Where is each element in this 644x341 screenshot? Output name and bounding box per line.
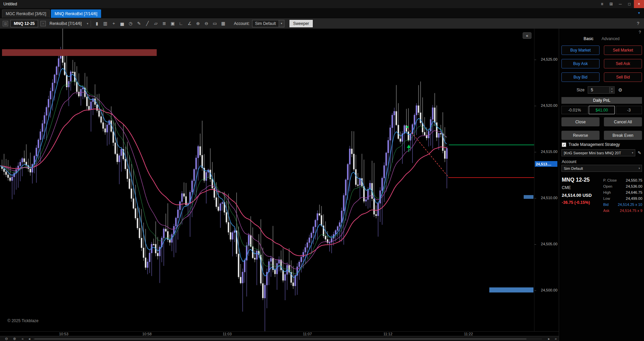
bar-style-icon[interactable]: ▥ bbox=[102, 21, 109, 26]
order-panel: ? BasicAdvanced Buy MarketSell MarketBuy… bbox=[559, 29, 644, 341]
window-controls: ≡⊞─□× bbox=[597, 0, 644, 8]
jump-end-button[interactable]: » bbox=[553, 336, 559, 341]
folder-icon[interactable]: ▭ bbox=[211, 21, 218, 26]
zoom-in-button[interactable]: ⊕ bbox=[11, 336, 18, 341]
save-icon[interactable]: ▦ bbox=[220, 21, 227, 26]
step-forward-button[interactable]: ▸ bbox=[546, 336, 552, 341]
stat-row-ask: Ask24,514.75 x 9 bbox=[603, 208, 642, 214]
ema-fast-line bbox=[0, 68, 447, 278]
price-axis-label: 24,520.00 bbox=[541, 103, 557, 107]
sweeper-button[interactable]: Sweeper bbox=[289, 20, 313, 27]
draw-icon[interactable]: ✎ bbox=[135, 21, 143, 26]
time-axis-label: 10:58 bbox=[139, 332, 155, 336]
trade-management-row: ✓ Trade Management Strategy bbox=[562, 142, 620, 147]
shapes-icon[interactable]: ▱ bbox=[152, 21, 159, 26]
panel-tab-basic[interactable]: Basic bbox=[584, 36, 593, 41]
step-back-button[interactable]: ◂ bbox=[26, 336, 32, 341]
strategy-select-value: [KnG Sweeper Mini bars MNQ 20T bbox=[564, 151, 621, 155]
scale-y-icon[interactable]: ∠ bbox=[186, 21, 193, 26]
tms-label: Trade Management Strategy bbox=[569, 142, 620, 147]
scale-x-icon[interactable]: ∟ bbox=[178, 21, 185, 26]
workspace-tab-0[interactable]: MGC RenkoBxt [3/6/2] bbox=[2, 9, 50, 18]
account-select[interactable]: Sim Default ▾ bbox=[252, 20, 284, 27]
instrument-stats: P. Close24,550.75Open24,536.00High24,646… bbox=[603, 177, 642, 214]
orders-icon[interactable]: ▣ bbox=[169, 21, 176, 26]
chart-scrollbar[interactable] bbox=[33, 338, 542, 340]
help-icon[interactable]: ? bbox=[637, 21, 641, 26]
order-button-grid: Buy MarketSell MarketBuy AskSell AskBuy … bbox=[561, 45, 642, 82]
chart-toolbar: ◫ MNQ 12-25 ▫ RenkoBxt [7/14/6] ▾ ▮▥+▅◷✎… bbox=[0, 18, 644, 29]
close-button[interactable]: × bbox=[634, 0, 644, 8]
jump-start-button[interactable]: « bbox=[20, 336, 26, 341]
watchlist-icon[interactable]: ≣ bbox=[161, 21, 168, 26]
instrument-symbol: MNQ 12-25 bbox=[562, 177, 592, 183]
panel-tab-advanced[interactable]: Advanced bbox=[602, 36, 619, 41]
time-axis-label: 11:12 bbox=[379, 332, 396, 336]
series-button[interactable]: RenkoBxt [7/14/6] bbox=[48, 20, 83, 27]
tab-overflow-icon[interactable]: ▾ bbox=[638, 11, 640, 15]
toolbar-icon-group: ▮▥+▅◷✎╱▱≣▣∟∠⊕⊖▭▦ bbox=[93, 21, 227, 26]
time-axis-label: 11:22 bbox=[460, 332, 477, 336]
price-axis-label: 24,505.00 bbox=[541, 242, 557, 246]
last-price-badge: 24,513.... bbox=[535, 161, 557, 167]
sell-bid-button[interactable]: Sell Bid bbox=[604, 72, 642, 82]
size-input[interactable] bbox=[588, 88, 608, 92]
volume-icon[interactable]: ▅ bbox=[119, 21, 126, 26]
buy-market-button[interactable]: Buy Market bbox=[561, 45, 600, 55]
chart-link-icon[interactable]: ▫ bbox=[40, 21, 46, 26]
time-icon[interactable]: ◷ bbox=[127, 21, 134, 26]
chart-scrollbar-thumb[interactable] bbox=[34, 338, 526, 340]
candlestick-style-icon[interactable]: ▮ bbox=[93, 21, 100, 26]
price-axis[interactable]: 24,513.... 24,525.0024,520.0024,515.0024… bbox=[534, 29, 559, 331]
ema-slow-line bbox=[0, 92, 447, 269]
stat-row-p-close: P. Close24,550.75 bbox=[603, 177, 642, 183]
stat-row-low: Low24,499.00 bbox=[603, 195, 642, 202]
strategy-row: [KnG Sweeper Mini bars MNQ 20T ▾ ✎ bbox=[561, 149, 644, 156]
trendline-icon[interactable]: ╱ bbox=[144, 21, 151, 26]
app-menu-button[interactable]: ≡ bbox=[597, 0, 607, 8]
tms-checkbox[interactable]: ✓ bbox=[562, 143, 566, 147]
instrument-exchange: CME bbox=[562, 185, 592, 190]
sell-market-button[interactable]: Sell Market bbox=[604, 45, 642, 55]
edit-pencil-icon[interactable]: ✎ bbox=[638, 150, 641, 155]
price-axis-label: 24,510.00 bbox=[541, 196, 557, 200]
account-label: Account: bbox=[234, 21, 250, 26]
zoom-out-button[interactable]: ⊖ bbox=[3, 336, 9, 341]
layout-grid-button[interactable]: ⊞ bbox=[607, 0, 616, 8]
workspace-tab-1[interactable]: MNQ RenkoBxt [7/14/6] bbox=[51, 9, 101, 18]
reverse-button[interactable]: Reverse bbox=[561, 131, 600, 140]
sell-ask-button[interactable]: Sell Ask bbox=[604, 59, 642, 68]
time-axis[interactable]: 10:5310:5811:0311:0711:1211:22 bbox=[0, 331, 559, 336]
maximize-button[interactable]: □ bbox=[625, 0, 634, 8]
price-chart[interactable] bbox=[0, 29, 534, 331]
panel-layout-icon[interactable]: ◫ bbox=[3, 21, 8, 26]
break-even-button[interactable]: Break Even bbox=[604, 131, 642, 140]
zoom-in-icon[interactable]: ⊕ bbox=[194, 21, 202, 26]
spinner-down-icon[interactable]: ▾ bbox=[610, 90, 614, 93]
size-stepper[interactable]: ▴ ▾ bbox=[588, 86, 615, 94]
panel-account-label: Account bbox=[562, 159, 576, 164]
panel-account-select[interactable]: Sim Default ▾ bbox=[561, 165, 642, 172]
strategy-select[interactable]: [KnG Sweeper Mini bars MNQ 20T ▾ bbox=[561, 149, 635, 156]
position-action-grid: CloseCancel AllReverseBreak Even bbox=[561, 117, 642, 140]
panel-collapse-button[interactable]: « bbox=[523, 32, 531, 39]
symbol-button[interactable]: MNQ 12-25 bbox=[10, 20, 38, 27]
window-title: Untitled bbox=[0, 2, 17, 6]
chevron-down-icon[interactable]: ▾ bbox=[279, 20, 284, 27]
stat-row-bid: Bid24,514.25 x 10 bbox=[603, 202, 642, 208]
gear-icon[interactable]: ⚙ bbox=[618, 87, 622, 93]
spinner-up-icon[interactable]: ▴ bbox=[610, 87, 614, 90]
instrument-block: MNQ 12-25 CME 24,514.00 USD -36.75 (-0.1… bbox=[562, 177, 592, 205]
entry-dot bbox=[406, 126, 408, 128]
zoom-out-icon[interactable]: ⊖ bbox=[203, 21, 210, 26]
time-axis-label: 11:03 bbox=[219, 332, 236, 336]
copyright-label: © 2025 Tickblaze bbox=[7, 318, 38, 323]
minimize-button[interactable]: ─ bbox=[616, 0, 625, 8]
close-button[interactable]: Close bbox=[561, 117, 600, 126]
help-icon[interactable]: ? bbox=[639, 30, 641, 35]
add-indicator-icon[interactable]: + bbox=[110, 21, 117, 26]
buy-bid-button[interactable]: Buy Bid bbox=[561, 72, 600, 82]
cancel-all-button[interactable]: Cancel All bbox=[604, 117, 642, 126]
buy-ask-button[interactable]: Buy Ask bbox=[561, 59, 600, 68]
size-spinner: ▴ ▾ bbox=[609, 87, 614, 93]
